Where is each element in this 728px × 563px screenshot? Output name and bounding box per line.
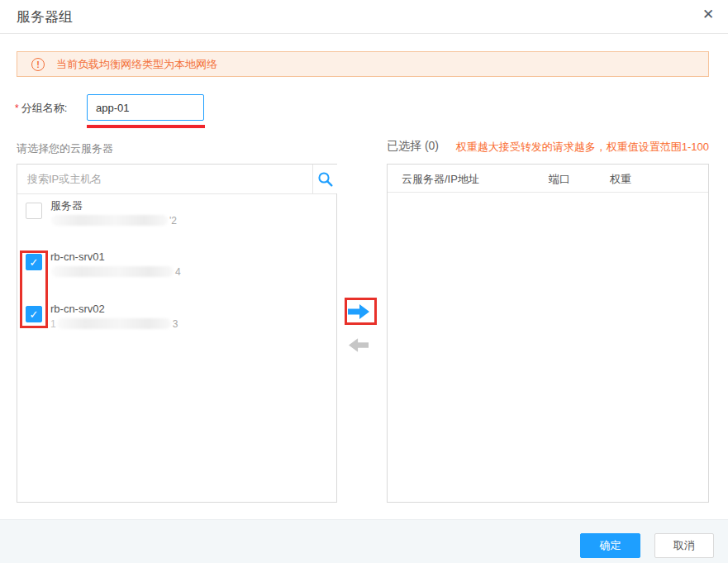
weight-hint-text: 权重越大接受转发的请求越多，权重值设置范围1-100 (456, 140, 709, 155)
server-name: 服务器 (50, 199, 177, 212)
cancel-button[interactable]: 取消 (654, 533, 714, 558)
selected-servers-panel: 云服务器/IP地址 端口 权重 (387, 164, 709, 503)
warning-text: 当前负载均衡网络类型为本地网络 (56, 57, 217, 72)
server-ip-redacted: 4 (50, 265, 181, 278)
dialog-footer: 确定 取消 (0, 519, 728, 563)
server-select-panel: 服务器'2✓rb-cn-srv014✓rb-cn-srv0213 (17, 164, 337, 503)
server-list: 服务器'2✓rb-cn-srv014✓rb-cn-srv0213 (17, 194, 336, 502)
annotation-underline (87, 125, 205, 128)
server-checkbox[interactable] (26, 203, 42, 219)
column-header-server-ip: 云服务器/IP地址 (402, 172, 479, 187)
search-icon (317, 171, 333, 187)
group-name-label: *分组名称: (15, 101, 67, 116)
server-info: rb-cn-srv0213 (50, 303, 178, 330)
move-left-arrow-icon[interactable] (349, 337, 369, 353)
selected-count-label: 已选择 (0) (387, 139, 439, 154)
move-right-arrow-icon[interactable] (348, 303, 369, 320)
server-ip-redacted: '2 (50, 214, 177, 227)
group-name-input[interactable] (87, 94, 204, 121)
redaction-blur (57, 318, 171, 329)
server-name: rb-cn-srv02 (50, 303, 178, 316)
server-group-dialog: 服务器组 ✕ ! 当前负载均衡网络类型为本地网络 *分组名称: 请选择您的云服务… (0, 0, 728, 563)
redaction-blur (51, 215, 168, 226)
redaction-blur (51, 266, 174, 277)
server-info: 服务器'2 (50, 199, 177, 227)
ip-visible-suffix: '2 (169, 215, 177, 227)
selected-table-header: 云服务器/IP地址 端口 权重 (388, 165, 708, 193)
search-input[interactable] (17, 165, 302, 193)
search-button[interactable] (313, 165, 337, 193)
ip-visible-prefix: 1 (50, 318, 56, 330)
confirm-button[interactable]: 确定 (580, 533, 640, 558)
server-checkbox-checked[interactable]: ✓ (26, 254, 42, 270)
header-divider (0, 33, 728, 34)
server-row: ✓rb-cn-srv0213 (26, 303, 178, 330)
ip-visible-suffix: 4 (175, 266, 181, 278)
search-row (17, 165, 336, 194)
required-asterisk: * (15, 103, 19, 114)
dialog-title: 服务器组 (17, 7, 73, 26)
select-servers-heading: 请选择您的云服务器 (17, 141, 113, 156)
warning-banner: ! 当前负载均衡网络类型为本地网络 (17, 51, 709, 77)
server-name: rb-cn-srv01 (50, 250, 181, 264)
column-header-weight: 权重 (610, 172, 631, 187)
warning-icon: ! (31, 58, 45, 71)
server-row: 服务器'2 (26, 199, 177, 227)
server-row: ✓rb-cn-srv014 (26, 250, 181, 278)
close-icon[interactable]: ✕ (698, 5, 718, 25)
ip-visible-suffix: 3 (173, 318, 178, 330)
column-header-port: 端口 (549, 172, 570, 187)
server-checkbox-checked[interactable]: ✓ (26, 306, 42, 322)
server-info: rb-cn-srv014 (50, 250, 181, 278)
group-name-label-text: 分组名称: (21, 102, 68, 114)
server-ip-redacted: 13 (50, 317, 178, 330)
